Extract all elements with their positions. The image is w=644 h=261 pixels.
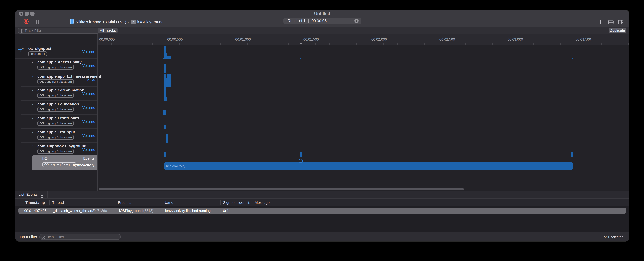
playhead-triangle-icon[interactable] [299,43,302,45]
toggle-bottom-panel-button[interactable] [608,19,614,25]
histogram-bar[interactable] [163,58,164,59]
track-row-io-selected[interactable]: I/OEventsOS Logging CategoryheavyActivit… [32,155,97,170]
toggle-right-panel-button[interactable] [618,19,624,25]
histogram-bar[interactable] [571,152,573,157]
row-separator [98,129,629,129]
histogram-bar[interactable] [167,56,171,59]
track-graph-area[interactable]: heavyActivity [98,45,629,191]
disclosure-chevron-icon[interactable]: › [32,116,33,120]
track-row-com.apple.TextInput[interactable]: ›com.apple.TextInputOS Logging Subsystem… [15,128,97,142]
bottom-filter-bar: Input Filter Detail Filter 1 of 1 select… [15,232,629,241]
column-header-Message[interactable]: Message [255,200,270,205]
iphone-icon [70,18,74,26]
disclosure-chevron-icon[interactable]: › [32,130,33,134]
track-title: com.apple.Accessibility [38,60,82,64]
disclosure-chevron-icon[interactable]: › [32,60,33,64]
column-divider[interactable] [115,200,116,205]
detail-panel: List: Events TimestampThreadProcessNameS… [15,191,629,232]
track-badge: OS Logging Category [42,162,76,167]
lane-label: Events [83,156,94,161]
column-header-Timestamp[interactable]: Timestamp [26,200,45,205]
histogram-bar[interactable] [167,74,171,87]
disclosure-chevron-icon[interactable]: › [32,74,33,78]
table-cell: iOSPlayground [119,209,143,213]
sidebar-row-separator [21,101,97,101]
column-header-Thread[interactable]: Thread [52,200,64,205]
track-badge: OS Logging Subsystem [38,79,74,84]
histogram-bar[interactable] [164,64,166,73]
horizontal-scrollbar[interactable] [99,188,464,190]
histogram-bar[interactable] [164,152,166,157]
disclosure-chevron-icon[interactable]: › [32,102,33,106]
ruler-minor-tick [111,43,112,45]
ruler-minor-tick [479,43,479,45]
column-header-Process[interactable]: Process [118,200,131,205]
track-row-com.apple.FrontBoard[interactable]: ›com.apple.FrontBoardOS Logging Subsyste… [15,114,97,128]
info-icon[interactable]: i [354,19,358,24]
histogram-bar[interactable] [166,53,167,59]
column-divider[interactable] [393,200,394,205]
disclosure-chevron-icon[interactable]: › [22,48,25,49]
track-row-com.apple.coreanimation[interactable]: ›com.apple.coreanimationOS Logging Subsy… [15,87,97,101]
histogram-bar[interactable] [572,58,573,59]
pause-button[interactable] [36,19,39,25]
histogram-bar[interactable] [166,134,168,143]
track-row-os_signpost[interactable]: ›os_signpostInstrumentVolume [15,45,97,58]
track-row-com.shipbook.Playground[interactable]: ›com.shipbook.PlaygroundOS Logging Subsy… [15,142,97,156]
ruler-minor-tick [615,43,615,45]
track-filter-input[interactable]: Track Filter [18,28,100,34]
playhead-line[interactable] [301,45,301,179]
column-divider[interactable] [160,200,160,205]
row-separator [98,115,629,115]
histogram-bar[interactable] [164,74,166,87]
histogram-bar[interactable] [166,78,167,87]
list-selector[interactable]: List: Events [18,192,38,197]
breadcrumb[interactable]: Nikita's iPhone 13 Mini (16.1) › A iOSPl… [70,19,164,25]
input-filter-label: Input Filter [20,235,37,239]
histogram-bar[interactable] [166,97,167,101]
detail-filter-input[interactable]: Detail Filter [40,234,121,240]
track-filter-bar: Track Filter All Tracks Duplicate [15,27,629,34]
column-divider[interactable] [18,200,18,205]
lane-label: Volume [82,49,95,54]
time-ruler[interactable]: 00:00.00000:00.50000:01.00000:01.50000:0… [98,34,629,45]
column-header-Name[interactable]: Name [164,200,173,205]
ruler-minor-tick [125,43,126,45]
sidebar-divider[interactable] [97,34,98,191]
device-name[interactable]: Nikita's iPhone 13 Mini (16.1) [76,20,126,24]
table-cell: 0x1 [223,209,229,213]
histogram-bar[interactable] [163,110,166,115]
ruler-tick-label: 00:00.000 [99,38,115,41]
track-row-com.apple.Foundation[interactable]: ›com.apple.FoundationOS Logging Subsyste… [15,101,97,114]
track-row-com.apple.app_l...h_measurement[interactable]: ›com.apple.app_l...h_measurementOS Loggi… [15,73,97,87]
histogram-bar[interactable] [164,46,166,59]
add-instrument-button[interactable] [598,19,603,25]
track-title: com.apple.TextInput [38,130,75,134]
interval-bar-heavyactivity[interactable]: heavyActivity [164,162,572,170]
ruler-minor-tick [179,43,180,45]
ruler-tick-label: 00:00.500 [167,38,183,41]
histogram-bar[interactable] [164,125,166,129]
target-app-name[interactable]: iOSPlayground [137,20,164,24]
ruler-minor-tick [329,43,330,45]
ruler-minor-tick [452,43,452,45]
duplicate-button[interactable]: Duplicate [609,28,626,33]
track-badge: OS Logging Subsystem [38,121,74,126]
ruler-minor-tick [343,43,343,45]
histogram-bar[interactable] [164,87,166,101]
disclosure-chevron-icon[interactable]: › [30,145,34,147]
detail-toolbar-divider [47,191,48,198]
column-divider[interactable] [220,200,220,205]
column-divider[interactable] [49,200,50,205]
ruler-minor-tick [397,43,398,45]
ruler-minor-tick [560,43,561,45]
ruler-minor-tick [288,43,288,45]
record-button[interactable] [24,19,29,25]
column-header-Signpost identifi…[interactable]: Signpost identifi… [223,200,253,205]
track-row-com.apple.Accessibility[interactable]: ›com.apple.AccessibilityOS Logging Subsy… [15,58,97,73]
all-tracks-button[interactable]: All Tracks [98,28,118,33]
table-row-selected[interactable]: 00:01.497.495_dispatch_worker_thread20x7… [18,207,626,214]
titlebar: Untitled Nikita's iPhone 13 Mini (16.1) … [15,10,629,27]
disclosure-chevron-icon[interactable]: › [32,88,33,92]
table-cell: (6518) [143,209,154,213]
